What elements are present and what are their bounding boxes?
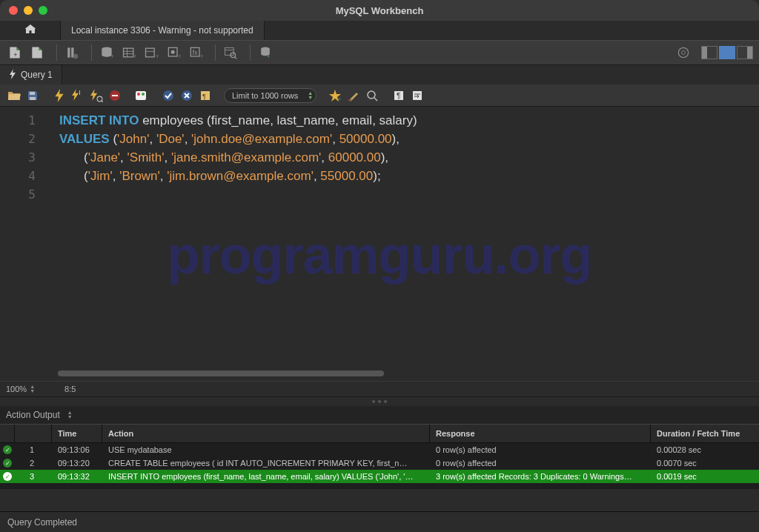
svg-text:¶: ¶ [397,92,400,100]
query-tab-bar: Query 1 [0,65,759,84]
create-view-button[interactable]: + [142,44,160,61]
row-limit-select[interactable]: Limit to 1000 rows ▲▼ [224,88,316,103]
table-header-row: Time Action Response Duration / Fetch Ti… [0,424,759,443]
index-column-header[interactable] [15,425,52,442]
horizontal-scrollbar[interactable] [43,370,759,378]
maximize-window-button[interactable] [39,6,47,15]
svg-text:+: + [156,53,159,60]
row-response: 0 row(s) affected [430,459,651,468]
line-number: 4 [0,167,36,185]
rollback-button[interactable] [179,87,195,104]
row-action: CREATE TABLE employees ( id INT AUTO_INC… [102,459,430,468]
beautify-button[interactable]: + [327,87,343,104]
toggle-autocommit-button[interactable] [133,87,150,104]
svg-rect-34 [136,91,146,100]
sql-editor[interactable]: 1 2 3 4 5 INSERT INTO employees (first_n… [0,107,759,381]
sql-editor-toolbar: I ¶ Limit to 1000 rows ▲▼ + ¶ [0,84,759,107]
svg-rect-47 [413,91,422,100]
reconnect-button[interactable] [256,44,274,61]
row-duration: 0.0070 sec [651,459,759,468]
connection-tab-label: Local instance 3306 - Warning - not supp… [71,25,253,36]
create-procedure-button[interactable]: + [165,44,182,61]
wrap-button[interactable] [409,87,425,104]
svg-rect-6 [124,48,133,57]
find-button[interactable] [345,87,362,104]
window-controls [0,6,47,15]
search-table-data-button[interactable] [222,44,239,61]
row-time: 09:13:20 [52,459,102,468]
close-window-button[interactable] [9,6,18,15]
svg-point-3 [73,54,79,59]
output-type-select[interactable]: Action Output [6,410,60,420]
table-row[interactable]: ✓ 1 09:13:06 USE mydatabase 0 row(s) aff… [0,443,759,456]
svg-point-26 [682,51,686,55]
create-table-button[interactable]: + [120,44,138,61]
open-file-button[interactable] [6,87,22,104]
inspector-button[interactable] [63,44,81,61]
stepper-arrows-icon: ▲▼ [30,385,35,393]
commit-button[interactable] [160,87,176,104]
query-tab-label: Query 1 [21,70,53,80]
success-icon: ✓ [3,472,12,481]
connection-tab[interactable]: Local instance 3306 - Warning - not supp… [61,21,265,40]
new-sql-tab-button[interactable]: + [6,44,24,61]
response-column-header[interactable]: Response [430,425,651,442]
row-action: USE mydatabase [102,445,430,454]
execute-button[interactable] [51,87,67,104]
toolbar-separator [56,44,57,61]
action-output-table: Time Action Response Duration / Fetch Ti… [0,424,759,489]
explain-button[interactable] [88,87,105,104]
row-index: 1 [15,445,52,454]
editor-status-bar: 100% ▲▼ 8:5 [0,381,759,397]
minimize-window-button[interactable] [24,6,33,15]
snippets-button[interactable] [364,87,380,104]
open-sql-script-button[interactable] [28,44,46,61]
toggle-right-panel-button[interactable] [737,46,753,59]
success-icon: ✓ [3,445,12,454]
action-column-header[interactable]: Action [102,425,430,442]
settings-button[interactable] [675,44,692,61]
svg-rect-28 [30,97,36,100]
line-number: 5 [0,185,36,204]
row-index: 2 [15,459,52,468]
table-row[interactable]: ✓ 2 09:13:20 CREATE TABLE employees ( id… [0,456,759,470]
zoom-control[interactable]: 100% ▲▼ [6,385,35,393]
editor-gutter: 1 2 3 4 5 [0,107,43,381]
query-tab[interactable]: Query 1 [0,65,62,84]
line-number: 2 [0,130,36,148]
home-tab[interactable] [0,21,61,40]
dropdown-arrows-icon: ▲▼ [67,410,73,419]
toggle-bottom-panel-button[interactable] [719,46,735,59]
cursor-position: 8:5 [64,385,76,393]
create-function-button[interactable]: fx+ [187,44,205,61]
toggle-invisible-button[interactable]: ¶ [391,87,407,104]
create-schema-button[interactable]: + [98,44,116,61]
row-duration: 0.0019 sec [651,472,759,481]
svg-rect-20 [225,47,234,55]
save-file-button[interactable] [24,87,41,104]
table-row[interactable]: ✓ 3 09:13:32 INSERT INTO employees (firs… [0,470,759,483]
time-column-header[interactable]: Time [52,425,102,442]
connection-tab-bar: Local instance 3306 - Warning - not supp… [0,21,759,40]
svg-rect-1 [67,47,70,57]
pane-splitter[interactable] [0,397,759,406]
zoom-value: 100% [6,385,27,393]
svg-text:+: + [200,53,203,60]
row-response: 3 row(s) affected Records: 3 Duplicates:… [430,472,651,481]
toolbar-separator [215,44,216,61]
table-body: ✓ 1 09:13:06 USE mydatabase 0 row(s) aff… [0,443,759,489]
status-column-header[interactable] [0,425,15,442]
editor-code[interactable]: INSERT INTO employees (first_name, last_… [43,107,759,381]
execute-current-button[interactable]: I [70,87,86,104]
svg-text:+: + [178,53,181,60]
toggle-left-panel-button[interactable] [701,46,717,59]
stop-button[interactable] [107,87,123,104]
svg-text:+: + [13,51,17,59]
duration-column-header[interactable]: Duration / Fetch Time [651,425,759,442]
toggle-ws-button[interactable]: ¶ [197,87,213,104]
svg-rect-11 [146,48,155,57]
main-toolbar: + + + + + fx+ [0,40,759,65]
window-title: MySQL Workbench [336,5,424,16]
toolbar-separator [91,44,92,61]
row-index: 3 [15,472,52,481]
